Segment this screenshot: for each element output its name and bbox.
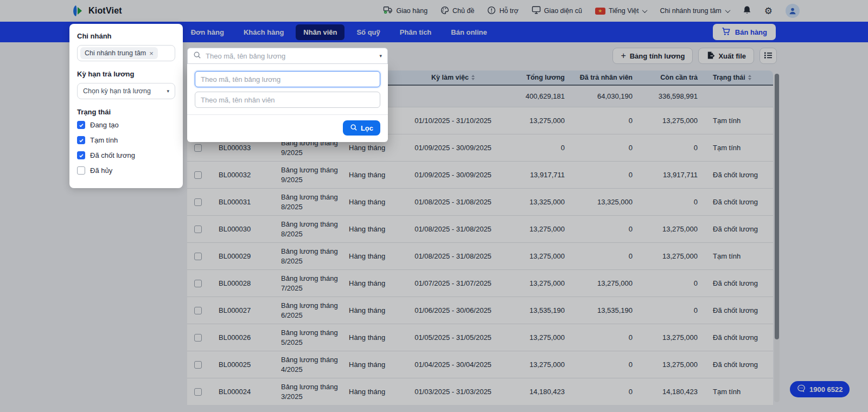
- status-option-1[interactable]: Tạm tính: [77, 136, 175, 144]
- status-label: Tạm tính: [90, 136, 118, 144]
- app-root: KiotViet Giao hàng: [0, 0, 868, 412]
- pay-period-select[interactable]: Chọn kỳ hạn trả lương ▾: [77, 83, 175, 99]
- search-panel-footer: Lọc: [187, 114, 388, 136]
- status-option-3[interactable]: Đã hủy: [77, 166, 175, 175]
- status-checkbox-0[interactable]: [77, 121, 85, 129]
- status-checkbox-1[interactable]: [77, 136, 85, 144]
- branch-filter-label: Chi nhánh: [77, 32, 175, 40]
- search-icon: [193, 51, 201, 61]
- filter-panel: Chi nhánh Chi nhánh trung tâm × Kỳ hạn t…: [69, 24, 183, 188]
- status-label: Đang tạo: [90, 121, 119, 129]
- status-checkbox-2[interactable]: [77, 151, 85, 159]
- filter-submit-button[interactable]: Lọc: [343, 120, 380, 136]
- status-option-0[interactable]: Đang tạo: [77, 121, 175, 129]
- payroll-search-input[interactable]: Theo mã, tên bảng lương: [195, 71, 380, 87]
- search-icon: [350, 124, 358, 133]
- remove-tag-icon[interactable]: ×: [149, 50, 154, 57]
- search-dropdown-panel: Theo mã, tên bảng lương Theo mã, tên nhâ…: [187, 64, 388, 142]
- search-combo[interactable]: Theo mã, tên bảng lương ▾: [187, 48, 388, 64]
- status-label: Đã chốt lương: [90, 151, 135, 159]
- status-filter-label: Trạng thái: [77, 108, 175, 116]
- status-checkbox-3[interactable]: [77, 166, 85, 175]
- branch-filter-input[interactable]: Chi nhánh trung tâm ×: [77, 45, 175, 61]
- pay-period-filter-label: Kỳ hạn trả lương: [77, 70, 175, 78]
- caret-down-icon: ▾: [167, 88, 169, 94]
- search-combo-placeholder: Theo mã, tên bảng lương: [206, 52, 375, 60]
- status-option-2[interactable]: Đã chốt lương: [77, 151, 175, 159]
- status-filter-list: Đang tạoTạm tínhĐã chốt lươngĐã hủy: [77, 121, 175, 175]
- employee-search-input[interactable]: Theo mã, tên nhân viên: [195, 92, 380, 108]
- status-label: Đã hủy: [90, 166, 112, 175]
- branch-tag[interactable]: Chi nhánh trung tâm ×: [80, 47, 158, 59]
- caret-down-icon: ▾: [379, 53, 382, 59]
